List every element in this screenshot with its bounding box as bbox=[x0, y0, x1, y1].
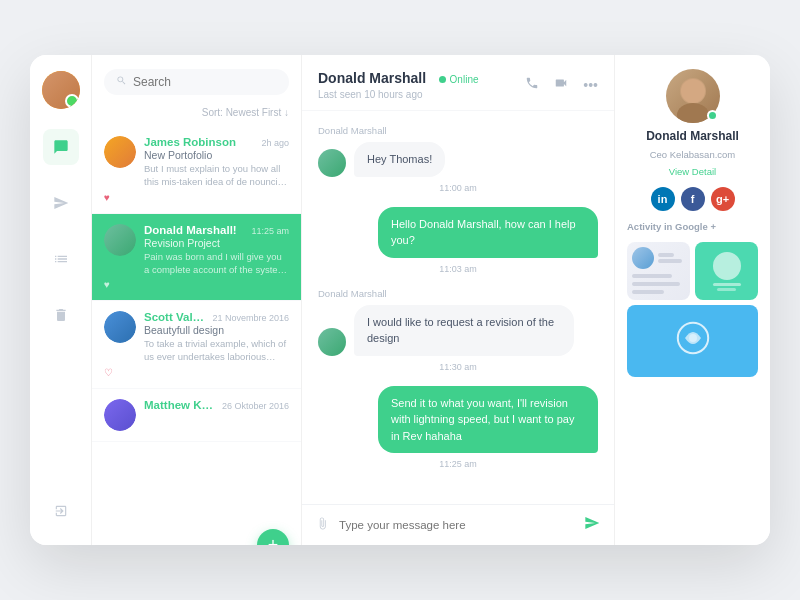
chat-list-panel: Sort: Newest First ↓ James Robinson 2h a… bbox=[92, 55, 302, 545]
message-group-4: Send it to what you want, I'll revision … bbox=[318, 386, 598, 472]
chat-avatar-donald bbox=[104, 224, 136, 256]
chat-avatar-james bbox=[104, 136, 136, 168]
activity-line-5 bbox=[632, 290, 664, 294]
chat-name-james: James Robinson bbox=[144, 136, 236, 148]
chat-subject-scott: Beautyfull design bbox=[144, 324, 289, 336]
activity-card-blue bbox=[627, 305, 758, 377]
more-icon[interactable]: ••• bbox=[583, 77, 598, 93]
nav-icons bbox=[43, 129, 79, 493]
online-dot bbox=[439, 76, 446, 83]
activity-line-3 bbox=[632, 274, 672, 278]
attach-icon[interactable] bbox=[316, 517, 329, 533]
message-time-1: 11:00 am bbox=[318, 183, 598, 193]
nav-send-icon[interactable] bbox=[43, 185, 79, 221]
message-time-4: 11:25 am bbox=[318, 459, 598, 469]
message-row-1: Hey Thomas! bbox=[318, 142, 598, 177]
facebook-icon[interactable]: f bbox=[681, 187, 705, 211]
message-row-4: Send it to what you want, I'll revision … bbox=[318, 386, 598, 454]
bubble-1: Hey Thomas! bbox=[354, 142, 445, 177]
nav-trash-icon[interactable] bbox=[43, 297, 79, 333]
messages-area: Donald Marshall Hey Thomas! 11:00 am Hel… bbox=[302, 111, 614, 504]
chat-preview-james: But I must explain to you how all this m… bbox=[144, 162, 289, 189]
message-group-3: Donald Marshall I would like to request … bbox=[318, 288, 598, 374]
sender-label-3: Donald Marshall bbox=[318, 288, 598, 299]
bubble-3: I would like to request a revision of th… bbox=[354, 305, 574, 356]
activity-card-2 bbox=[695, 242, 758, 300]
search-bar bbox=[92, 55, 301, 103]
nav-logout-icon[interactable] bbox=[43, 493, 79, 529]
sidebar-nav bbox=[30, 55, 92, 545]
chat-item-scott[interactable]: Scott Valdez 21 Novembre 2016 Beautyfull… bbox=[92, 301, 301, 389]
heart-icon-scott: ♡ bbox=[104, 367, 289, 378]
google-icon[interactable]: g+ bbox=[711, 187, 735, 211]
heart-icon-donald: ♥ bbox=[104, 279, 289, 290]
bubble-2: Hello Donald Marshall, how can I help yo… bbox=[378, 207, 598, 258]
chat-item-james[interactable]: James Robinson 2h ago New Portofolio But… bbox=[92, 126, 301, 214]
view-detail-link[interactable]: View Detail bbox=[669, 166, 716, 177]
sender-label-1: Donald Marshall bbox=[318, 125, 598, 136]
chat-list-footer: + bbox=[92, 509, 301, 545]
chat-name-donald: Donald Marshall! bbox=[144, 224, 237, 236]
activity-grid bbox=[627, 242, 758, 377]
chat-avatar-matthew bbox=[104, 399, 136, 431]
chat-avatar-scott bbox=[104, 311, 136, 343]
chat-time-james: 2h ago bbox=[261, 138, 289, 148]
chat-time-donald: 11:25 am bbox=[251, 226, 289, 236]
last-seen-label: Last seen 10 hours ago bbox=[318, 89, 479, 100]
app-container: Sort: Newest First ↓ James Robinson 2h a… bbox=[30, 55, 770, 545]
chat-subject-james: New Portofolio bbox=[144, 149, 289, 161]
activity-card-blue-content bbox=[673, 318, 713, 364]
search-icon bbox=[116, 75, 127, 89]
activity-line-4 bbox=[632, 282, 680, 286]
chat-name-matthew: Matthew Kelly bbox=[144, 399, 218, 411]
chat-header: Donald Marshall Online Last seen 10 hour… bbox=[302, 55, 614, 111]
chat-subject-donald: Revision Project bbox=[144, 237, 289, 249]
nav-notes-icon[interactable] bbox=[43, 241, 79, 277]
chat-contact-name: Donald Marshall bbox=[318, 70, 426, 86]
social-icons: in f g+ bbox=[627, 187, 758, 211]
nav-chat-icon[interactable] bbox=[43, 129, 79, 165]
chat-preview-donald: Pain was born and I will give you a comp… bbox=[144, 250, 289, 277]
profile-name: Donald Marshall bbox=[646, 129, 739, 143]
message-group-1: Donald Marshall Hey Thomas! 11:00 am bbox=[318, 125, 598, 195]
activity-line-2 bbox=[658, 259, 682, 263]
message-row-2: Hello Donald Marshall, how can I help yo… bbox=[318, 207, 598, 258]
profile-header: Donald Marshall Ceo Kelabasan.com View D… bbox=[627, 69, 758, 177]
profile-panel: Donald Marshall Ceo Kelabasan.com View D… bbox=[615, 55, 770, 545]
activity-card-1 bbox=[627, 242, 690, 300]
chat-item-donald[interactable]: Donald Marshall! 11:25 am Revision Proje… bbox=[92, 214, 301, 302]
search-input-wrap[interactable] bbox=[104, 69, 289, 95]
chat-item-matthew[interactable]: Matthew Kelly 26 Oktober 2016 bbox=[92, 389, 301, 442]
profile-online-dot bbox=[707, 110, 718, 121]
svg-point-2 bbox=[681, 79, 705, 103]
message-group-2: Hello Donald Marshall, how can I help yo… bbox=[318, 207, 598, 276]
send-button[interactable] bbox=[584, 515, 600, 535]
message-time-3: 11:30 am bbox=[318, 362, 598, 372]
profile-avatar-wrap bbox=[666, 69, 720, 123]
chat-list: James Robinson 2h ago New Portofolio But… bbox=[92, 126, 301, 509]
chat-preview-scott: To take a trivial example, which of us e… bbox=[144, 337, 289, 364]
phone-icon[interactable] bbox=[525, 76, 539, 93]
sort-label: Sort: Newest First ↓ bbox=[92, 103, 301, 126]
search-input[interactable] bbox=[133, 75, 277, 89]
activity-line-1 bbox=[658, 253, 674, 257]
chat-time-scott: 21 Novembre 2016 bbox=[212, 313, 289, 323]
linkedin-icon[interactable]: in bbox=[651, 187, 675, 211]
chat-header-actions: ••• bbox=[525, 76, 598, 93]
online-status-label: Online bbox=[450, 74, 479, 85]
msg-avatar-1 bbox=[318, 149, 346, 177]
svg-point-4 bbox=[689, 334, 697, 342]
message-row-3: I would like to request a revision of th… bbox=[318, 305, 598, 356]
activity-label: Activity in Google + bbox=[627, 221, 758, 232]
video-icon[interactable] bbox=[553, 76, 569, 93]
message-time-2: 11:03 am bbox=[318, 264, 598, 274]
chat-input-area bbox=[302, 504, 614, 545]
bubble-4: Send it to what you want, I'll revision … bbox=[378, 386, 598, 454]
msg-avatar-3 bbox=[318, 328, 346, 356]
chat-name-scott: Scott Valdez bbox=[144, 311, 208, 323]
chat-message-input[interactable] bbox=[339, 519, 574, 531]
new-chat-button[interactable]: + bbox=[257, 529, 289, 545]
chat-time-matthew: 26 Oktober 2016 bbox=[222, 401, 289, 411]
heart-icon-james: ♥ bbox=[104, 192, 289, 203]
user-avatar[interactable] bbox=[42, 71, 80, 109]
